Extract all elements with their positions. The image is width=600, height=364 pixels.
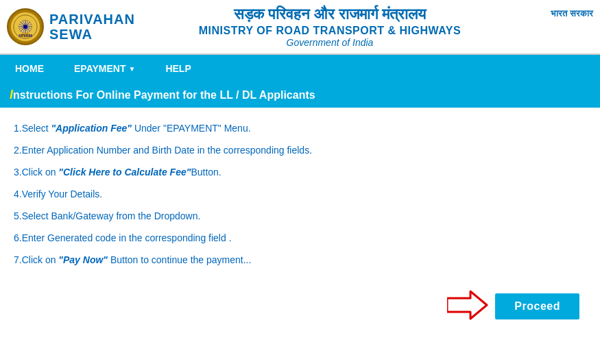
header-center: सड़क परिवहन और राजमार्ग मंत्रालय MINISTR… (135, 5, 525, 48)
instructions-header-text: Instructions For Online Payment for the … (10, 89, 315, 101)
proceed-button[interactable]: Proceed (495, 293, 579, 319)
hindi-title: सड़क परिवहन और राजमार्ग मंत्रालय (135, 5, 525, 23)
main-content: Instructions For Online Payment for the … (0, 82, 600, 337)
step-1-bold: "Application Fee" (51, 123, 132, 134)
instructions-list: 1.Select "Application Fee" Under "EPAYME… (0, 108, 600, 283)
step-3-bold: "Click Here to Calculate Fee" (58, 167, 191, 178)
logo-text: PARIVAHAN SEWA (49, 12, 135, 42)
site-header: 𝕊𝕋𝕐𝔼𝕄 PARIVAHAN SEWA सड़क परिवहन और राजम… (0, 0, 600, 55)
logo-area: 𝕊𝕋𝕐𝔼𝕄 PARIVAHAN SEWA (7, 8, 135, 45)
logo-parivahan: PARIVAHAN (49, 12, 135, 27)
logo-sewa: SEWA (49, 27, 135, 42)
svg-marker-15 (447, 291, 487, 319)
step-4: 4.Verify Your Details. (14, 184, 586, 204)
svg-text:𝕊𝕋𝕐𝔼𝕄: 𝕊𝕋𝕐𝔼𝕄 (19, 34, 32, 38)
nav-help[interactable]: HELP (150, 55, 206, 82)
epayment-dropdown-arrow: ▼ (128, 65, 135, 73)
proceed-arrow-icon (447, 290, 488, 323)
action-area: Proceed (0, 283, 600, 337)
step-6: 6.Enter Generated code in the correspond… (14, 228, 586, 247)
emblem-logo: 𝕊𝕋𝕐𝔼𝕄 (7, 8, 44, 45)
navbar: HOME EPAYMENT ▼ HELP (0, 55, 600, 82)
step-1: 1.Select "Application Fee" Under "EPAYME… (14, 119, 586, 138)
gov-title: Government of India (135, 37, 525, 48)
step-5: 5.Select Bank/Gateway from the Dropdown. (14, 206, 586, 226)
step-3: 3.Click on "Click Here to Calculate Fee"… (14, 162, 586, 182)
step-7-bold: "Pay Now" (58, 254, 108, 265)
bharat-sarkar: भारत सरकार (525, 5, 593, 19)
instructions-header-bar: Instructions For Online Payment for the … (0, 82, 600, 108)
english-title: MINISTRY OF ROAD TRANSPORT & HIGHWAYS (135, 25, 525, 37)
nav-home[interactable]: HOME (0, 55, 59, 82)
step-2: 2.Enter Application Number and Birth Dat… (14, 141, 586, 160)
nav-epayment[interactable]: EPAYMENT ▼ (59, 55, 150, 82)
step-7: 7.Click on "Pay Now" Button to continue … (14, 250, 586, 269)
